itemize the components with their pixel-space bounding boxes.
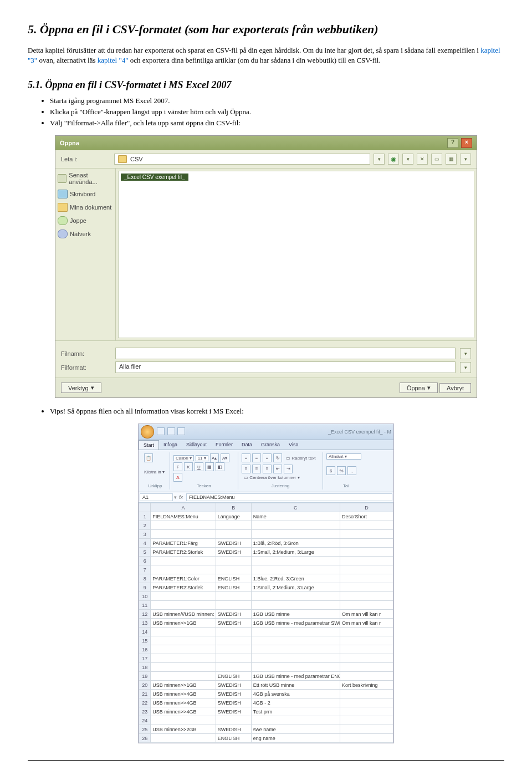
align-left-icon[interactable]: ≡ [242, 465, 250, 473]
back-icon[interactable]: ◉ [388, 154, 399, 165]
underline-icon[interactable]: U [195, 462, 203, 471]
cell[interactable]: SWEDISH [216, 619, 251, 628]
cell[interactable] [340, 707, 393, 716]
row-header[interactable]: 15 [139, 636, 151, 645]
cell[interactable] [340, 583, 393, 592]
comma-icon[interactable]: , [347, 466, 356, 475]
cell[interactable]: USB minnen>>2GB [151, 725, 216, 734]
cell[interactable] [340, 565, 393, 574]
cell[interactable] [251, 592, 340, 601]
open-button[interactable]: Öppna ▾ [400, 382, 438, 393]
cell[interactable] [151, 663, 216, 672]
cell[interactable] [251, 716, 340, 725]
row-header[interactable]: 2 [139, 521, 151, 530]
align-right-icon[interactable]: ≡ [263, 465, 272, 473]
cell[interactable] [151, 645, 216, 654]
row-header[interactable]: 24 [139, 716, 151, 725]
cell[interactable] [151, 636, 216, 645]
cell[interactable]: SWEDISH [216, 539, 251, 548]
cell[interactable]: ENGLISH [216, 734, 251, 743]
qat-redo-icon[interactable] [177, 427, 185, 435]
cell[interactable] [340, 725, 393, 734]
row-header[interactable]: 9 [139, 583, 151, 592]
row-header[interactable]: 3 [139, 530, 151, 539]
row-header[interactable]: 23 [139, 707, 151, 716]
cell[interactable] [216, 592, 251, 601]
cell[interactable]: USB minnen///USB minnen: [151, 610, 216, 619]
row-header[interactable]: 5 [139, 548, 151, 557]
cell[interactable] [340, 645, 393, 654]
format-combo[interactable]: Alla filer [115, 361, 456, 373]
cell[interactable] [216, 716, 251, 725]
qat-save-icon[interactable] [157, 427, 165, 435]
cancel-button[interactable]: Avbryt [439, 383, 471, 393]
cell[interactable]: USB minnen>>4GB [151, 707, 216, 716]
bold-icon[interactable]: F [173, 462, 182, 471]
cell[interactable]: SWEDISH [216, 698, 251, 707]
cell[interactable] [340, 521, 393, 530]
row-header[interactable]: 19 [139, 672, 151, 681]
row-header[interactable]: 11 [139, 601, 151, 610]
row-header[interactable]: 14 [139, 628, 151, 636]
cell[interactable] [251, 530, 340, 539]
fx-icon[interactable]: fx [177, 494, 185, 500]
cell[interactable] [216, 530, 251, 539]
cell[interactable] [340, 636, 393, 645]
cell[interactable]: Kort beskrivning [340, 681, 393, 690]
col-header-D[interactable]: D [340, 503, 393, 512]
place-user[interactable]: Joppe [58, 216, 113, 225]
cell[interactable] [151, 601, 216, 610]
cell[interactable]: USB minnen>>1GB [151, 681, 216, 690]
cell[interactable]: SWEDISH [216, 707, 251, 716]
cell[interactable] [151, 530, 216, 539]
file-list[interactable]: _Excel CSV exempel fil_ [118, 171, 474, 338]
cell[interactable] [151, 628, 216, 636]
cell[interactable]: SWEDISH [216, 725, 251, 734]
newfolder-icon[interactable]: ▭ [431, 154, 442, 165]
orientation-icon[interactable]: ↻ [273, 453, 282, 462]
tab-sidlayout[interactable]: Sidlayout [182, 440, 211, 450]
row-header[interactable]: 18 [139, 663, 151, 672]
cell[interactable]: PARAMETER2:Storlek [151, 583, 216, 592]
decrease-font-icon[interactable]: A▾ [221, 453, 229, 462]
italic-icon[interactable]: K [184, 462, 193, 471]
currency-icon[interactable]: $ [326, 466, 335, 475]
cell[interactable] [340, 663, 393, 672]
row-header[interactable]: 16 [139, 645, 151, 654]
cell[interactable]: PARAMETER1:Color [151, 574, 216, 583]
name-box[interactable]: A1 [140, 493, 173, 501]
cell[interactable] [340, 672, 393, 681]
cell[interactable]: Name [251, 512, 340, 521]
cell[interactable] [251, 645, 340, 654]
cell[interactable] [151, 654, 216, 663]
row-header[interactable]: 8 [139, 574, 151, 583]
cell[interactable] [216, 557, 251, 565]
row-header[interactable]: 1 [139, 512, 151, 521]
cell[interactable] [216, 628, 251, 636]
cell[interactable]: 1:Small, 2:Medium, 3:Large [251, 583, 340, 592]
cell[interactable]: 1GB USB minne - med parametrar ENG [251, 672, 340, 681]
cell[interactable]: ENGLISH [216, 574, 251, 583]
cell[interactable] [340, 628, 393, 636]
place-desktop[interactable]: Skrivbord [58, 190, 113, 198]
tab-visa[interactable]: Visa [284, 440, 303, 450]
cell[interactable] [216, 601, 251, 610]
cell[interactable]: ENGLISH [216, 672, 251, 681]
link-chapter-4[interactable]: kapitel "4" [98, 56, 129, 64]
cell[interactable] [251, 636, 340, 645]
cell[interactable] [340, 716, 393, 725]
tab-formler[interactable]: Formler [211, 440, 237, 450]
cell[interactable] [251, 557, 340, 565]
cell[interactable]: FIELDNAMES:Menu [151, 512, 216, 521]
align-center-icon[interactable]: ≡ [252, 465, 261, 473]
cell[interactable]: SWEDISH [216, 681, 251, 690]
delete-icon[interactable]: ✕ [417, 154, 428, 165]
cell[interactable]: ENGLISH [216, 583, 251, 592]
tab-infoga[interactable]: Infoga [159, 440, 182, 450]
cell[interactable]: USB minnen>>4GB [151, 690, 216, 698]
cell[interactable]: 1GB USB minne [251, 610, 340, 619]
increase-font-icon[interactable]: A▴ [210, 453, 219, 462]
cell[interactable]: PARAMETER2:Storlek [151, 548, 216, 557]
format-dropdown-icon[interactable]: ▾ [460, 362, 471, 373]
cell[interactable] [340, 548, 393, 557]
